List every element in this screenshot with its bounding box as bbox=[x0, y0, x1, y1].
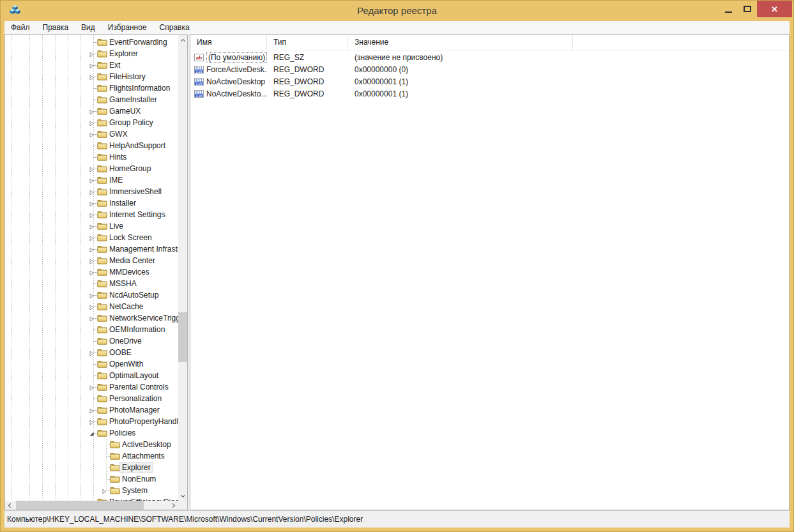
scroll-down-button[interactable] bbox=[178, 491, 187, 501]
tree-item-system[interactable]: System bbox=[5, 485, 178, 496]
tree-item-lock-screen[interactable]: Lock Screen bbox=[5, 232, 178, 243]
tree-item-networkservicetrigg[interactable]: NetworkServiceTrigg bbox=[5, 312, 178, 324]
tree-item-gameinstaller[interactable]: GameInstaller bbox=[5, 94, 178, 105]
expand-arrow-icon[interactable] bbox=[89, 315, 95, 321]
tree-item-helpandsupport[interactable]: HelpAndSupport bbox=[5, 140, 178, 151]
expand-arrow-icon[interactable] bbox=[89, 119, 95, 125]
tree-item-photomanager[interactable]: PhotoManager bbox=[5, 404, 178, 416]
tree-item-personalization[interactable]: Personalization bbox=[5, 393, 178, 404]
tree-item-management-infrastru[interactable]: Management Infrastru bbox=[5, 243, 178, 255]
tree-item-label: HelpAndSupport bbox=[109, 141, 165, 150]
expand-arrow-icon[interactable] bbox=[89, 384, 95, 390]
menu-view[interactable]: Вид bbox=[75, 21, 102, 34]
tree-item-hints[interactable]: Hints bbox=[5, 151, 178, 163]
scroll-right-button[interactable] bbox=[169, 501, 178, 510]
registry-value-row[interactable]: 011110NoActiveDeskto...REG_DWORD0x000000… bbox=[190, 87, 789, 100]
tree-item-explorer[interactable]: Explorer bbox=[5, 48, 178, 59]
tree-item-nonenum[interactable]: NonEnum bbox=[5, 473, 178, 485]
tree-item-label: EventForwarding bbox=[109, 38, 167, 47]
tree-item-openwith[interactable]: OpenWith bbox=[5, 358, 178, 370]
tree-item-oobe[interactable]: OOBE bbox=[5, 347, 178, 358]
tree-item-activedesktop[interactable]: ActiveDesktop bbox=[5, 439, 178, 450]
menu-file[interactable]: Файл bbox=[4, 21, 36, 34]
tree-vertical-scrollbar[interactable] bbox=[178, 35, 187, 501]
expand-arrow-icon[interactable] bbox=[89, 349, 95, 355]
tree-item-flightsinformation[interactable]: FlightsInformation bbox=[5, 82, 178, 94]
tree-item-label: IME bbox=[109, 176, 123, 185]
tree-item-media-center[interactable]: Media Center bbox=[5, 255, 178, 266]
scroll-left-button[interactable] bbox=[5, 501, 14, 510]
registry-value-row[interactable]: 011110ForceActiveDesk...REG_DWORD0x00000… bbox=[190, 63, 789, 75]
folder-icon bbox=[110, 463, 120, 471]
tree-item-ext[interactable]: Ext bbox=[5, 59, 178, 71]
menu-help[interactable]: Справка bbox=[153, 21, 196, 34]
tree-item-explorer[interactable]: Explorer bbox=[5, 462, 178, 473]
expand-arrow-icon[interactable] bbox=[89, 108, 95, 114]
tree-item-onedrive[interactable]: OneDrive bbox=[5, 335, 178, 347]
expand-arrow-icon[interactable] bbox=[89, 200, 95, 206]
collapse-arrow-icon[interactable] bbox=[89, 430, 95, 436]
vertical-scroll-thumb[interactable] bbox=[178, 312, 187, 362]
expand-arrow-icon[interactable] bbox=[89, 246, 95, 252]
tree-item-parental-controls[interactable]: Parental Controls bbox=[5, 381, 178, 393]
expand-arrow-icon[interactable] bbox=[89, 234, 95, 240]
tree-item-ime[interactable]: IME bbox=[5, 174, 178, 186]
expand-arrow-icon[interactable] bbox=[89, 177, 95, 183]
expand-arrow-icon[interactable] bbox=[89, 188, 95, 194]
tree-item-ncdautosetup[interactable]: NcdAutoSetup bbox=[5, 289, 178, 301]
tree-item-installer[interactable]: Installer bbox=[5, 197, 178, 209]
menu-edit[interactable]: Правка bbox=[36, 21, 75, 34]
registry-value-row[interactable]: 011110NoActiveDesktopREG_DWORD0x00000001… bbox=[190, 75, 789, 87]
tree-horizontal-scrollbar[interactable] bbox=[5, 501, 178, 510]
expand-arrow-icon[interactable] bbox=[89, 131, 95, 137]
tree-item-attachments[interactable]: Attachments bbox=[5, 450, 178, 462]
expand-arrow-icon[interactable] bbox=[89, 407, 95, 413]
tree-item-eventforwarding[interactable]: EventForwarding bbox=[5, 36, 178, 48]
tree-item-filehistory[interactable]: FileHistory bbox=[5, 71, 178, 82]
tree-item-homegroup[interactable]: HomeGroup bbox=[5, 163, 178, 174]
tree-item-oeminformation[interactable]: OEMInformation bbox=[5, 324, 178, 335]
tree-item-gameux[interactable]: GameUX bbox=[5, 105, 178, 117]
tree-item-group-policy[interactable]: Group Policy bbox=[5, 117, 178, 128]
tree-item-optimallayout[interactable]: OptimalLayout bbox=[5, 370, 178, 381]
tree-item-mmdevices[interactable]: MMDevices bbox=[5, 266, 178, 278]
expand-arrow-icon[interactable] bbox=[102, 487, 107, 493]
tree-item-photopropertyhandl[interactable]: PhotoPropertyHandl bbox=[5, 416, 178, 427]
expand-arrow-icon[interactable] bbox=[89, 418, 95, 424]
horizontal-scroll-thumb[interactable] bbox=[16, 501, 144, 510]
value-data: 0x00000001 (1) bbox=[348, 89, 789, 98]
tree-item-label: Parental Controls bbox=[109, 383, 169, 391]
tree-item-netcache[interactable]: NetCache bbox=[5, 301, 178, 312]
expand-arrow-icon[interactable] bbox=[89, 269, 95, 275]
expand-arrow-icon[interactable] bbox=[89, 73, 95, 79]
expand-arrow-icon[interactable] bbox=[89, 292, 95, 298]
column-header-[interactable]: Тип bbox=[267, 35, 348, 50]
tree-view: EventForwardingExplorerExtFileHistoryFli… bbox=[5, 36, 178, 501]
expand-arrow-icon[interactable] bbox=[89, 165, 95, 171]
tree-item-internet-settings[interactable]: Internet Settings bbox=[5, 209, 178, 220]
expand-arrow-icon[interactable] bbox=[89, 211, 95, 217]
tree-item-immersiveshell[interactable]: ImmersiveShell bbox=[5, 186, 178, 197]
expand-arrow-icon[interactable] bbox=[89, 50, 95, 56]
tree-item-mssha[interactable]: MSSHA bbox=[5, 278, 178, 289]
folder-icon bbox=[97, 417, 107, 425]
folder-icon bbox=[97, 164, 107, 172]
expand-arrow-icon[interactable] bbox=[89, 257, 95, 263]
expand-arrow-icon[interactable] bbox=[89, 62, 95, 68]
tree-item-powerefficiencydiag[interactable]: PowerEfficiencyDiag bbox=[5, 496, 178, 501]
values-list: ab(По умолчанию)REG_SZ(значение не присв… bbox=[190, 50, 789, 100]
scroll-up-button[interactable] bbox=[178, 35, 187, 45]
registry-value-row[interactable]: ab(По умолчанию)REG_SZ(значение не присв… bbox=[190, 51, 789, 63]
expand-arrow-icon[interactable] bbox=[89, 223, 95, 229]
tree-item-live[interactable]: Live bbox=[5, 220, 178, 232]
expand-arrow-icon[interactable] bbox=[89, 303, 95, 309]
column-header-[interactable]: Значение bbox=[348, 35, 573, 50]
tree-item-policies[interactable]: Policies bbox=[5, 427, 178, 439]
column-header-[interactable]: Имя bbox=[190, 35, 267, 50]
tree-item-label: System bbox=[122, 486, 148, 495]
tree-item-gwx[interactable]: GWX bbox=[5, 128, 178, 140]
maximize-button[interactable] bbox=[738, 1, 757, 17]
minimize-button[interactable] bbox=[719, 1, 738, 17]
close-button[interactable]: ✕ bbox=[757, 1, 792, 17]
menu-favorites[interactable]: Избранное bbox=[102, 21, 153, 34]
